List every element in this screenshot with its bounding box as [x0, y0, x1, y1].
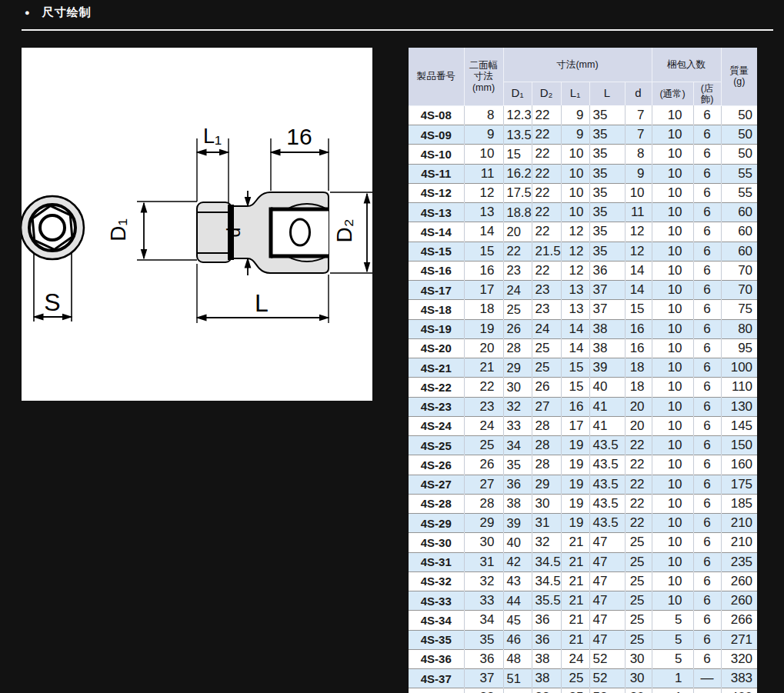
- value-cell: 12: [625, 242, 652, 261]
- value-cell: 10: [561, 183, 589, 202]
- value-cell: 10: [652, 552, 693, 571]
- value-cell: 75: [721, 300, 757, 319]
- table-row: 4S-272736291943.522106175: [409, 475, 757, 494]
- value-cell: 10: [652, 145, 693, 164]
- header-divider: [22, 29, 773, 31]
- value-cell: 24: [561, 649, 589, 668]
- value-cell: 26: [464, 455, 503, 475]
- value-cell: 110: [721, 378, 757, 397]
- table-row: 4S-3434453621472556266: [409, 611, 757, 630]
- value-cell: 38: [464, 688, 503, 693]
- value-cell: 10: [652, 397, 693, 416]
- page-header: ● 尺寸绘制: [0, 0, 784, 25]
- value-cell: 6: [693, 319, 721, 338]
- value-cell: 6: [693, 358, 721, 378]
- table-row: 4S-15152221.512351210660: [409, 242, 757, 261]
- dim-label-d: d: [224, 228, 244, 238]
- value-cell: 38: [532, 669, 561, 688]
- value-cell: 39: [589, 358, 625, 378]
- value-cell: 35: [589, 242, 625, 261]
- value-cell: 25: [532, 338, 561, 358]
- value-cell: 35: [589, 164, 625, 183]
- value-cell: 185: [721, 494, 757, 513]
- value-cell: 22: [625, 494, 652, 513]
- value-cell: 25: [464, 436, 503, 455]
- table-row: 4S-131318.82210351110660: [409, 203, 757, 222]
- value-cell: 22: [532, 261, 561, 280]
- value-cell: 16.2: [503, 164, 532, 183]
- col-header-d1: D₁: [503, 82, 532, 105]
- value-cell: 21: [561, 591, 589, 611]
- value-cell: 6: [693, 494, 721, 513]
- value-cell: 1: [652, 669, 693, 688]
- spec-table-body: 4S-08812.3229357106504S-09913.5229357106…: [409, 105, 757, 693]
- value-cell: 19: [561, 475, 589, 494]
- table-row: 4S-292939311943.522106210: [409, 514, 757, 533]
- value-cell: 10: [652, 378, 693, 397]
- product-number-cell: 4S-30: [409, 533, 464, 552]
- value-cell: 6: [693, 105, 721, 125]
- value-cell: 9: [561, 105, 589, 125]
- value-cell: 22: [625, 455, 652, 475]
- value-cell: 70: [721, 261, 757, 280]
- value-cell: 44: [503, 591, 532, 611]
- table-row: 4S-3535463621472556271: [409, 630, 757, 649]
- product-number-cell: 4S-15: [409, 242, 464, 261]
- value-cell: 30: [625, 649, 652, 668]
- value-cell: 23: [532, 300, 561, 319]
- value-cell: 6: [693, 145, 721, 164]
- product-number-cell: 4S-33: [409, 591, 464, 611]
- value-cell: 52.5: [503, 688, 532, 693]
- value-cell: 25: [625, 533, 652, 552]
- value-cell: 10: [652, 338, 693, 358]
- value-cell: 50: [721, 105, 757, 125]
- table-row: 4S-33334435.5214725106260: [409, 591, 757, 611]
- value-cell: 24: [503, 281, 532, 300]
- value-cell: 21: [561, 630, 589, 649]
- value-cell: 6: [693, 261, 721, 280]
- value-cell: 6: [693, 300, 721, 319]
- value-cell: 50: [721, 145, 757, 164]
- value-cell: 271: [721, 630, 757, 649]
- value-cell: 10: [652, 571, 693, 591]
- table-row: 4S-252534281943.522106150: [409, 436, 757, 455]
- value-cell: 34.5: [532, 571, 561, 591]
- value-cell: 12: [561, 261, 589, 280]
- col-header-l1: L₁: [561, 82, 589, 105]
- value-cell: 22: [532, 183, 561, 202]
- value-cell: 18.8: [503, 203, 532, 222]
- value-cell: 10: [464, 145, 503, 164]
- value-cell: 43.5: [589, 494, 625, 513]
- value-cell: 260: [721, 591, 757, 611]
- table-row: 4S-1414202212351210660: [409, 222, 757, 242]
- value-cell: 15: [464, 242, 503, 261]
- value-cell: 33: [503, 416, 532, 435]
- value-cell: 10: [652, 164, 693, 183]
- value-cell: 20: [503, 222, 532, 242]
- value-cell: 6: [693, 222, 721, 242]
- value-cell: 30: [464, 533, 503, 552]
- value-cell: 40: [503, 533, 532, 552]
- value-cell: 34.5: [532, 552, 561, 571]
- value-cell: 9: [561, 125, 589, 145]
- value-cell: 19: [561, 494, 589, 513]
- value-cell: 23: [464, 397, 503, 416]
- value-cell: 17: [561, 416, 589, 435]
- value-cell: 10: [652, 183, 693, 202]
- value-cell: 7: [625, 125, 652, 145]
- table-row: 4S-262635281943.522106160: [409, 455, 757, 475]
- table-row: 4S-1818252313371510675: [409, 300, 757, 319]
- value-cell: 36: [589, 261, 625, 280]
- value-cell: 35: [589, 203, 625, 222]
- value-cell: 51: [503, 669, 532, 688]
- value-cell: 150: [721, 436, 757, 455]
- value-cell: 210: [721, 514, 757, 533]
- value-cell: 22: [532, 222, 561, 242]
- value-cell: 10: [652, 105, 693, 125]
- col-group-dimensions: 寸法(mm): [503, 48, 652, 82]
- value-cell: 32: [503, 397, 532, 416]
- value-cell: 24: [464, 416, 503, 435]
- value-cell: 6: [693, 630, 721, 649]
- value-cell: 25: [625, 552, 652, 571]
- value-cell: 27: [532, 397, 561, 416]
